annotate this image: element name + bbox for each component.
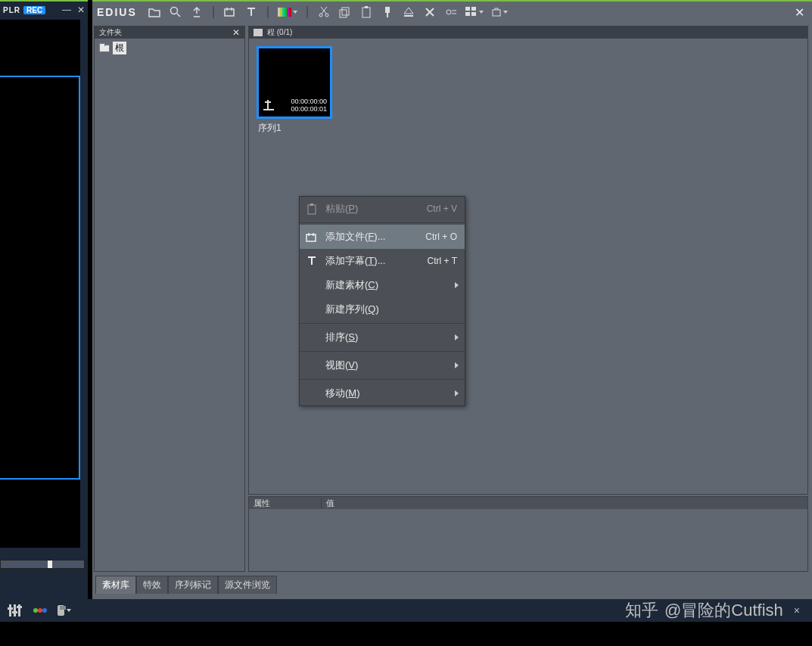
chevron-down-icon[interactable]	[479, 11, 484, 14]
disk-icon[interactable]	[58, 604, 71, 617]
toolbar-divider	[267, 6, 269, 18]
folder-icon[interactable]	[148, 5, 161, 19]
color-dot-icon[interactable]	[33, 604, 47, 617]
color-bars-icon[interactable]	[278, 8, 297, 17]
ctx-sort[interactable]: 排序(S)	[300, 325, 465, 349]
view-mode-icon[interactable]	[465, 7, 484, 17]
ctx-add-file-shortcut: Ctrl + O	[425, 231, 457, 242]
folder-panel: 文件夹 ✕ 根	[94, 26, 245, 572]
chevron-down-icon[interactable]	[293, 11, 297, 14]
clip-name[interactable]: 序列1	[257, 122, 332, 135]
folder-icon	[254, 29, 263, 36]
ctx-move-label: 移动(M)	[325, 387, 360, 400]
window-close-icon[interactable]: ✕	[792, 5, 807, 20]
properties-panel: 属性 值	[248, 496, 808, 572]
svg-rect-13	[362, 8, 370, 17]
ctx-move[interactable]: 移动(M)	[300, 381, 465, 405]
scrub-bar[interactable]	[0, 560, 85, 569]
bin-panel: 程 (0/1) 00:00:00:00 00:00:00:01 序列1	[248, 26, 808, 495]
player-mode-label[interactable]: PLR	[3, 6, 20, 14]
ctx-add-title[interactable]: 添加字幕(T)... Ctrl + T	[300, 249, 465, 273]
monitor-header: PLR REC — ✕	[0, 2, 88, 18]
paste-icon	[306, 203, 318, 215]
ctx-separator	[300, 222, 465, 223]
clip-timecode: 00:00:00:00 00:00:00:01	[291, 98, 327, 113]
bin-content[interactable]: 00:00:00:00 00:00:00:01 序列1 粘贴(P) Ctrl +…	[249, 39, 807, 494]
svg-rect-20	[465, 12, 470, 16]
toolbar-divider	[306, 6, 308, 18]
marker-icon[interactable]	[381, 5, 394, 19]
main-toolbar: EDIUS	[92, 2, 812, 23]
footer-controls: 知乎 @冒险的Cutfish ×	[0, 599, 812, 622]
svg-point-17	[446, 10, 451, 14]
sequence-icon	[263, 103, 274, 110]
copy-icon[interactable]	[338, 5, 352, 19]
toolbar-divider	[213, 6, 214, 18]
chevron-down-icon	[67, 609, 71, 612]
tab-bin[interactable]: 素材库	[95, 576, 136, 594]
svg-rect-4	[280, 8, 282, 17]
folder-root-label: 根	[113, 42, 126, 54]
app-title: EDIUS	[97, 6, 137, 18]
svg-rect-18	[465, 7, 470, 11]
bin-panel-title: 程 (0/1)	[267, 27, 292, 38]
props-col-value[interactable]: 值	[322, 498, 334, 509]
tab-effect[interactable]: 特效	[136, 576, 168, 594]
ctx-add-file[interactable]: 添加文件(F)... Ctrl + O	[300, 225, 465, 249]
add-clip-icon	[306, 231, 318, 243]
folder-panel-title: 文件夹	[99, 27, 122, 38]
monitor-panel: PLR REC — ✕	[0, 0, 88, 599]
chevron-right-icon	[455, 390, 459, 396]
svg-rect-8	[289, 8, 291, 17]
chevron-right-icon	[455, 334, 459, 340]
recorder-mode-badge[interactable]: REC	[23, 6, 45, 14]
props-col-attribute[interactable]: 属性	[249, 498, 322, 509]
close-icon[interactable]: ✕	[77, 5, 85, 15]
ctx-add-file-label: 添加文件(F)...	[325, 230, 385, 244]
svg-rect-5	[282, 8, 285, 17]
svg-rect-12	[342, 8, 349, 15]
watermark-close-icon[interactable]: ×	[794, 604, 800, 616]
folder-root-item[interactable]: 根	[99, 42, 240, 54]
footer-bar: 知乎 @冒险的Cutfish ×	[0, 599, 812, 646]
mixer-icon[interactable]	[9, 604, 23, 617]
paste-icon[interactable]	[359, 5, 373, 19]
tab-source-browser[interactable]: 源文件浏览	[218, 576, 277, 594]
search-icon[interactable]	[169, 5, 182, 19]
delete-icon[interactable]	[423, 5, 437, 19]
ctx-paste-label: 粘贴(P)	[325, 202, 358, 216]
bottom-tabs: 素材库 特效 序列标记 源文件浏览	[92, 576, 277, 593]
svg-rect-2	[225, 9, 234, 16]
ctx-view[interactable]: 视图(V)	[300, 353, 465, 377]
ctx-new-clip-label: 新建素材(C)	[325, 278, 378, 292]
svg-rect-11	[340, 10, 347, 17]
svg-rect-25	[306, 234, 316, 241]
up-arrow-icon[interactable]	[190, 5, 204, 19]
ctx-new-sequence-label: 新建序列(Q)	[325, 303, 379, 316]
properties-header: 属性 值	[249, 497, 807, 509]
eject-icon[interactable]	[402, 5, 415, 19]
scrub-thumb[interactable]	[48, 561, 52, 568]
bin-panel-titlebar: 程 (0/1)	[249, 26, 807, 39]
clip-item[interactable]: 00:00:00:00 00:00:00:01 序列1	[257, 46, 332, 135]
tools-icon[interactable]	[491, 7, 508, 17]
add-title-icon	[306, 255, 318, 267]
add-clip-icon[interactable]	[223, 5, 237, 19]
context-menu: 粘贴(P) Ctrl + V 添加文件(F)... Ctrl + O 添加字幕(…	[299, 196, 465, 406]
ctx-new-clip[interactable]: 新建素材(C)	[300, 273, 465, 297]
minimize-icon[interactable]: —	[62, 5, 71, 15]
ctx-paste-shortcut: Ctrl + V	[427, 203, 457, 214]
clip-thumbnail[interactable]: 00:00:00:00 00:00:00:01	[257, 46, 332, 119]
close-icon[interactable]: ✕	[232, 27, 240, 38]
edius-window: EDIUS	[92, 0, 812, 599]
chevron-right-icon	[455, 282, 459, 288]
svg-rect-24	[310, 203, 313, 206]
chevron-down-icon[interactable]	[503, 11, 508, 14]
properties-icon[interactable]	[444, 5, 458, 19]
watermark: 知乎 @冒险的Cutfish ×	[625, 599, 800, 622]
ctx-new-sequence[interactable]: 新建序列(Q)	[300, 297, 465, 321]
add-title-icon[interactable]	[244, 5, 258, 19]
cut-icon[interactable]	[317, 5, 331, 19]
viewer-active-frame[interactable]	[0, 76, 80, 480]
tab-marker[interactable]: 序列标记	[168, 576, 218, 594]
